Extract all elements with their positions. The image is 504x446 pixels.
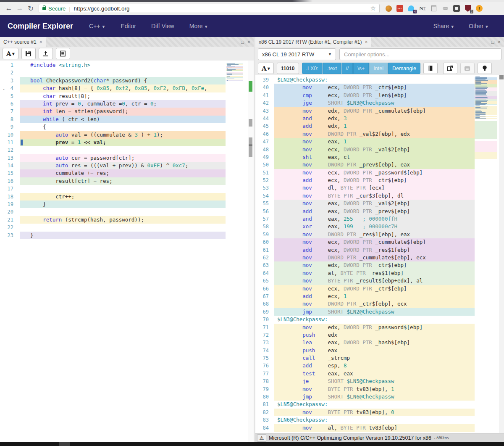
scrollbar-thumb[interactable]: [249, 137, 252, 157]
filter-button-group: .LX0:.text//\s+IntelDemangle: [302, 63, 420, 74]
assembly-scrollbar[interactable]: [499, 75, 504, 433]
asm-line: 76 add esp, 8: [255, 362, 475, 369]
line-number: 14: [0, 162, 20, 169]
minimap-block: [475, 152, 497, 159]
brand-title[interactable]: Compiler Explorer: [8, 22, 73, 31]
minimap-line: [475, 118, 497, 119]
secure-label[interactable]: Secure: [48, 5, 66, 12]
document-extension-icon[interactable]: [430, 5, 438, 12]
asm-line: 72 push edx: [255, 331, 475, 339]
forward-icon[interactable]: →: [14, 4, 25, 13]
pill-extension-icon[interactable]: [441, 5, 449, 12]
warning-icon[interactable]: ⚠: [257, 434, 266, 442]
binary-toggle-button[interactable]: 11010: [277, 63, 299, 74]
cookie-extension-icon[interactable]: [385, 5, 392, 12]
bookmark-star-icon[interactable]: ☆: [370, 5, 376, 12]
extension-icons: •••4N2!: [385, 5, 483, 12]
site-navbar: Compiler Explorer C++▼EditorDiff ViewMor…: [0, 15, 504, 37]
font-size-button[interactable]: A▼: [3, 48, 18, 59]
line-number: 84: [255, 424, 274, 432]
shield-extension-icon[interactable]: 2: [464, 5, 472, 12]
load-save-button[interactable]: [39, 48, 53, 59]
tab-cpp-source[interactable]: C++ source #1 ×: [0, 37, 46, 47]
save-button[interactable]: [21, 48, 36, 59]
line-number: 5: [0, 92, 20, 100]
line-content: je SHORT $LN5@Checkpassw: [274, 377, 475, 385]
url-text[interactable]: https://gcc.godbolt.org: [74, 5, 370, 12]
filter-button-lx0[interactable]: .LX0:: [302, 63, 323, 74]
tab-close-icon[interactable]: ×: [365, 39, 368, 45]
asm-line: 52 add ecx, DWORD PTR _ctr$[ebp]: [255, 177, 475, 184]
url-bar[interactable]: Secure | https://gcc.godbolt.org ☆: [39, 4, 380, 13]
compiler-select[interactable]: x86 CL 19 2017 RTW ▼: [258, 48, 336, 60]
alert-extension-icon[interactable]: !: [475, 5, 483, 12]
ruler-mark-dark: [249, 145, 252, 145]
code-line: 23}: [0, 232, 226, 239]
line-content: [20, 224, 226, 231]
ghostery-extension-icon[interactable]: 4: [407, 5, 415, 12]
template-button[interactable]: [56, 48, 70, 59]
back-icon[interactable]: ←: [3, 4, 14, 13]
menu-item-more[interactable]: More▼: [189, 23, 208, 29]
asm-line: 70$LN3@Checkpassw:: [255, 316, 475, 323]
minimap-block: [475, 159, 497, 197]
libraries-button[interactable]: [423, 63, 438, 74]
line-number: 77: [255, 370, 274, 377]
compiler-options-input[interactable]: [339, 48, 501, 60]
line-content: xor eax, 199 ; 000000c7H: [274, 223, 475, 230]
line-number: 11: [0, 139, 20, 146]
chevron-down-icon: ▼: [12, 52, 15, 56]
maximize-icon[interactable]: □: [491, 39, 494, 45]
line-content: $LN6@Checkpassw:: [274, 416, 475, 424]
line-number: 6: [0, 100, 20, 108]
code-line: 10 auto val = ((cummulate & 3 ) + 1);: [0, 131, 226, 139]
main-menu: C++▼EditorDiff ViewMore▼: [89, 23, 208, 29]
filter-button-[interactable]: //: [341, 63, 353, 74]
tab-compiler-output[interactable]: x86 CL 19 2017 RTW (Editor #1, Compiler …: [255, 37, 371, 47]
compile-time: - 580ms: [434, 435, 449, 440]
line-content: mov DWORD PTR _prev$[ebp], eax: [274, 161, 475, 169]
output-button[interactable]: [460, 63, 475, 74]
pane-close-icon[interactable]: ×: [247, 39, 250, 45]
source-overview-ruler[interactable]: [248, 61, 254, 442]
filter-button-s[interactable]: \s+: [353, 63, 369, 74]
line-number: 60: [255, 238, 274, 246]
font-size-button[interactable]: A▼: [258, 63, 274, 74]
filter-button-demangle[interactable]: Demangle: [388, 63, 420, 74]
refresh-icon[interactable]: ↻: [25, 4, 36, 13]
line-number: 57: [255, 215, 274, 223]
line-number: 55: [255, 200, 274, 207]
assembly-editor[interactable]: 39$LN2@Checkpassw:40 mov ecx, DWORD PTR …: [255, 75, 504, 433]
pane-close-icon[interactable]: ×: [498, 39, 501, 45]
source-minimap[interactable]: [226, 62, 243, 81]
asm-line: 57 and eax, 255 ; 000000ffH: [255, 215, 475, 223]
menu-item-share[interactable]: Share▼: [433, 23, 454, 29]
url-separator: |: [69, 5, 70, 12]
maximize-icon[interactable]: □: [241, 39, 244, 45]
letter-n-extension-icon[interactable]: N: [419, 5, 426, 12]
source-editor[interactable]: 1#include <string.h>23bool Checkpassword…: [0, 61, 254, 442]
line-content: mov ecx, DWORD PTR _ctr$[ebp]: [274, 285, 475, 293]
red-dots-extension-icon[interactable]: •••: [396, 5, 404, 12]
menu-item-editor[interactable]: Editor: [121, 23, 136, 29]
menu-item-diff-view[interactable]: Diff View: [151, 23, 174, 29]
menu-item-other[interactable]: Other▼: [469, 23, 489, 29]
line-number: 74: [255, 347, 274, 354]
open-external-button[interactable]: [443, 63, 457, 74]
compiler-status-text: Microsoft (R) C/C++ Optimizing Compiler …: [269, 435, 431, 441]
asm-line: 49 shl eax, cl: [255, 153, 475, 161]
asm-line: 59 mov DWORD PTR _res$1[ebp], eax: [255, 231, 475, 238]
assembly-minimap[interactable]: [475, 77, 497, 197]
filter-button-intel[interactable]: Intel: [369, 63, 388, 74]
tab-title: C++ source #1: [3, 39, 37, 45]
filter-button-text[interactable]: .text: [323, 63, 341, 74]
extension-badge: 2: [470, 10, 473, 13]
tab-close-icon[interactable]: ×: [39, 39, 42, 45]
camera-extension-icon[interactable]: [453, 5, 460, 12]
tool-button[interactable]: [478, 63, 492, 74]
scrollbar-thumb[interactable]: [499, 75, 504, 79]
asm-line: 74 push eax: [255, 347, 475, 354]
line-content: return (strcmp(hash, password));: [20, 216, 226, 224]
menu-item-c-[interactable]: C++▼: [89, 23, 105, 29]
line-number: 46: [255, 130, 274, 138]
